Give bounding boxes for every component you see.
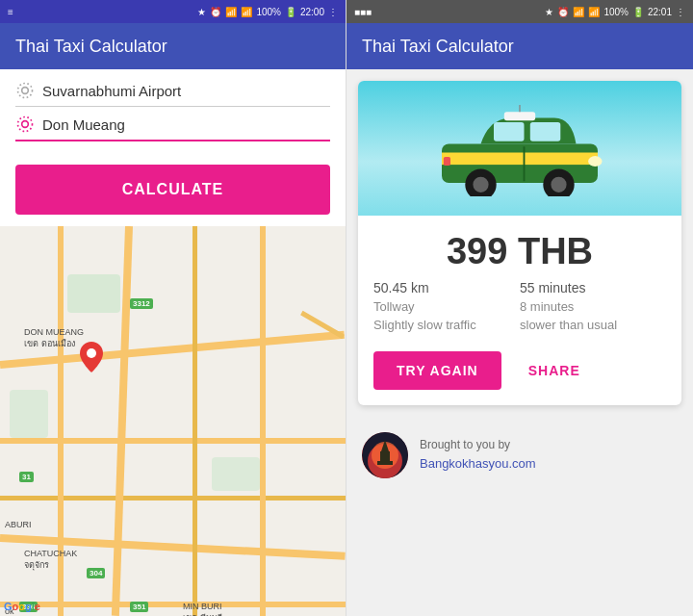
car-image-area (358, 81, 681, 216)
battery-icon: 🔋 (285, 7, 296, 17)
svg-point-14 (551, 177, 566, 192)
svg-point-4 (87, 348, 96, 358)
right-panel: ■■■ ★ ⏰ 📶 📶 100% 🔋 22:01 ⋮ Thai Taxi Cal… (346, 0, 693, 616)
try-again-button[interactable]: TRY AGAIN (373, 351, 501, 390)
right-menu-icon: ■■■ (354, 7, 372, 17)
brand-link[interactable]: Bangkokhasyou.com (420, 456, 536, 471)
left-app-bar: Thai Taxi Calculator (0, 23, 346, 69)
right-bt-icon: ★ (545, 7, 553, 17)
svg-point-12 (473, 177, 488, 192)
destination-icon (15, 115, 35, 134)
tollway-label: Tollway (373, 299, 520, 314)
action-buttons: TRY AGAIN SHARE (358, 344, 681, 405)
wifi-icon: 📶 (225, 7, 237, 17)
input-section (0, 69, 346, 157)
price-section: 399 THB (358, 216, 681, 280)
right-app-title: Thai Taxi Calculator (362, 37, 514, 57)
brand-logo (362, 432, 408, 478)
branding-section: Brought to you by Bangkokhasyou.com (346, 417, 693, 494)
right-dots-icon: ⋮ (676, 7, 685, 17)
status-left: ≡ (8, 7, 13, 17)
right-time: 22:01 (648, 7, 672, 17)
svg-rect-16 (444, 157, 450, 166)
origin-icon (15, 81, 35, 100)
details-section: 50.45 km 55 minutes Tollway 8 minutes Sl… (358, 280, 681, 344)
svg-point-0 (22, 88, 29, 94)
right-status-right: ★ ⏰ 📶 📶 100% 🔋 22:01 ⋮ (545, 7, 685, 17)
time-left: 22:00 (300, 7, 324, 17)
right-status-bar: ■■■ ★ ⏰ 📶 📶 100% 🔋 22:01 ⋮ (346, 0, 693, 23)
min-buri-label: MIN BURIเขต มีนบุรี (183, 602, 222, 616)
svg-rect-9 (494, 122, 525, 141)
right-status-left: ■■■ (354, 7, 372, 17)
road-304: 304 (87, 568, 105, 578)
right-wifi-icon: 📶 (573, 7, 584, 17)
svg-point-15 (588, 156, 602, 167)
svg-rect-7 (504, 112, 535, 120)
origin-row (15, 81, 330, 107)
destination-row (15, 115, 330, 141)
calculate-button[interactable]: CALCULATE (15, 165, 330, 215)
traffic-label: Slightly slow traffic (373, 318, 520, 332)
map-container: 3312 31 304 336 351 9 3119 3 3256 34 DON… (0, 226, 346, 616)
chatuchak-label: CHATUCHAKจตุจักร (24, 549, 77, 572)
extra-time-label: 8 minutes (520, 299, 666, 314)
result-card: 399 THB 50.45 km 55 minutes Tollway 8 mi… (358, 81, 681, 405)
battery-text: 100% (256, 7, 281, 17)
share-button[interactable]: SHARE (513, 351, 596, 390)
don-mueang-label: DON MUEANGเขต ดอนเมือง (24, 327, 84, 350)
brand-text-container: Brought to you by Bangkokhasyou.com (420, 436, 536, 475)
destination-input[interactable] (42, 116, 330, 133)
left-app-title: Thai Taxi Calculator (15, 37, 167, 57)
distance-value: 50.45 km (373, 280, 520, 295)
road-351: 351 (130, 602, 148, 612)
svg-rect-8 (442, 153, 598, 166)
svg-point-2 (22, 121, 29, 128)
aburi-label: ABURI (5, 520, 32, 529)
google-logo: Google (4, 601, 40, 612)
menu-icon: ≡ (8, 7, 13, 17)
right-alarm-icon: ⏰ (557, 7, 569, 17)
signal-icon: 📶 (241, 7, 252, 17)
slower-label: slower than usual (520, 318, 666, 332)
dots-icon: ⋮ (328, 7, 338, 17)
pin-don-mueang (80, 342, 103, 372)
road-31: 31 (19, 472, 34, 482)
svg-rect-24 (377, 461, 393, 465)
svg-point-3 (18, 117, 33, 132)
taxi-car-image (433, 100, 606, 196)
time-value: 55 minutes (520, 280, 666, 295)
price-amount: 399 THB (447, 231, 593, 271)
right-battery-icon: 🔋 (632, 7, 644, 17)
brought-to-you-text: Brought to you by (420, 436, 536, 454)
bt-icon: ★ (197, 7, 206, 17)
right-app-bar: Thai Taxi Calculator (346, 23, 693, 69)
map-background: 3312 31 304 336 351 9 3119 3 3256 34 DON… (0, 226, 346, 616)
svg-rect-10 (530, 122, 561, 141)
right-signal-icon: 📶 (588, 7, 600, 17)
left-status-bar: ≡ ★ ⏰ 📶 📶 100% 🔋 22:00 ⋮ (0, 0, 346, 23)
svg-point-1 (18, 84, 33, 98)
origin-input[interactable] (42, 83, 330, 99)
road-3312: 3312 (130, 298, 153, 309)
right-battery-text: 100% (603, 7, 629, 17)
status-right: ★ ⏰ 📶 📶 100% 🔋 22:00 ⋮ (197, 7, 338, 17)
left-panel: ≡ ★ ⏰ 📶 📶 100% 🔋 22:00 ⋮ Thai Taxi Calcu… (0, 0, 346, 616)
alarm-icon: ⏰ (210, 7, 221, 17)
